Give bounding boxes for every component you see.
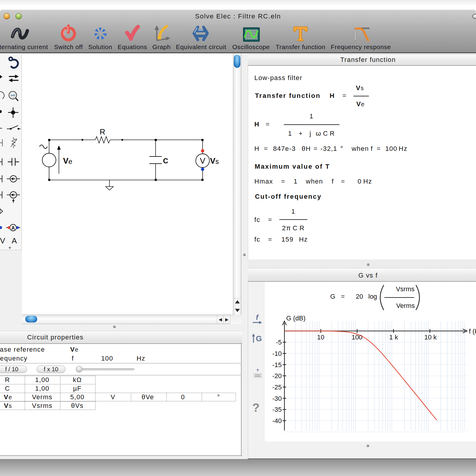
svg-text:-30: -30 (272, 395, 282, 402)
svg-text:f: f (256, 313, 259, 321)
svg-text:G: G (330, 293, 335, 300)
svg-text:Vs: Vs (210, 156, 219, 165)
svg-text:G (dB): G (dB) (286, 314, 306, 322)
svg-text:A: A (12, 236, 17, 245)
svg-text:-5: -5 (276, 339, 282, 346)
svg-text:f (Hz): f (Hz) (469, 328, 476, 335)
svg-text:?: ? (252, 401, 259, 414)
svg-text:log: log (368, 293, 377, 300)
svg-text:V: V (0, 236, 5, 245)
svg-text:G: G (256, 334, 262, 343)
svg-text:-40: -40 (272, 417, 282, 425)
svg-text:+: + (8, 245, 11, 250)
svg-text:10: 10 (317, 333, 324, 341)
svg-text:V: V (200, 156, 205, 165)
svg-text:100: 100 (352, 333, 363, 341)
svg-text:-35: -35 (272, 406, 282, 413)
svg-text:=: = (341, 293, 345, 300)
svg-text:Verms: Verms (396, 302, 415, 309)
svg-text:A: A (11, 226, 15, 231)
svg-text:C: C (163, 157, 168, 165)
svg-text:Vsrms: Vsrms (396, 285, 414, 293)
svg-text:R: R (100, 127, 105, 136)
svg-text:-15: -15 (272, 361, 282, 369)
svg-text:20: 20 (356, 293, 363, 300)
svg-text:+: + (256, 367, 259, 373)
svg-text:Ve: Ve (63, 156, 72, 165)
svg-text:1 k: 1 k (389, 333, 398, 341)
svg-text:-10: -10 (272, 350, 282, 357)
svg-text:10 k: 10 k (424, 333, 437, 341)
svg-text:-25: -25 (272, 383, 282, 391)
svg-text:-20: -20 (272, 372, 282, 380)
